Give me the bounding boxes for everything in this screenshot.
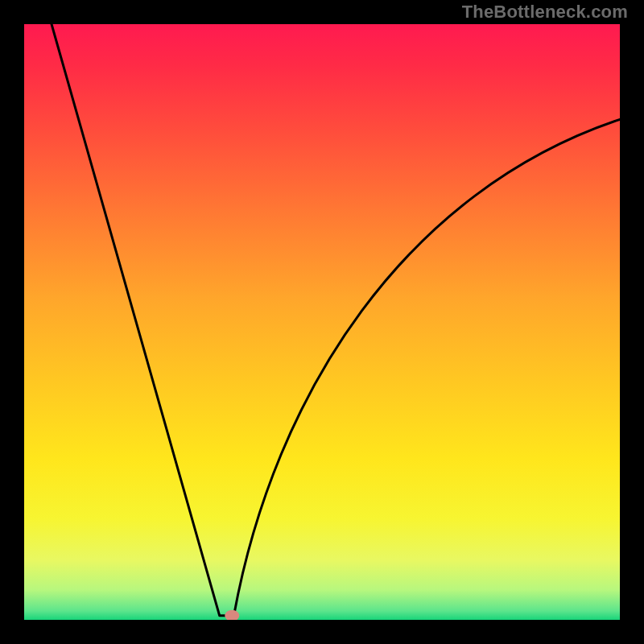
chart-frame: TheBottleneck.com xyxy=(0,0,644,644)
plot-area xyxy=(24,24,620,620)
bottleneck-curve xyxy=(24,24,620,620)
watermark-text: TheBottleneck.com xyxy=(462,2,628,23)
optimal-point-marker xyxy=(225,610,239,620)
